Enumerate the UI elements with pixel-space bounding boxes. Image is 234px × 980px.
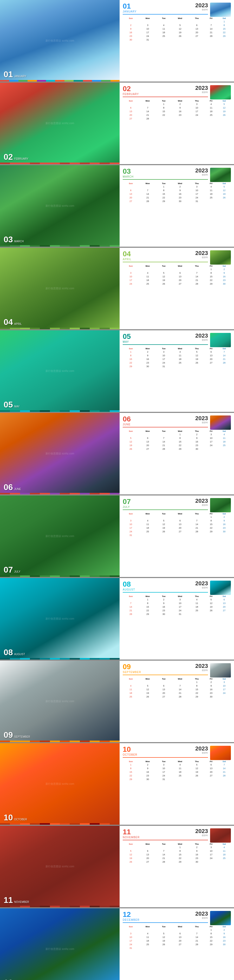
calendar-day: 30: [205, 695, 217, 698]
calendar-day: 24: [205, 856, 217, 860]
calendar-day: [171, 680, 189, 684]
cal-year-sub: 癸卯年: [195, 421, 208, 424]
calendar-day: 28: [189, 530, 205, 533]
calendar-day: [139, 616, 157, 617]
calendar-day: 18: [218, 853, 231, 856]
calendar-day: 20: [205, 770, 217, 774]
calendar-day: 2: [205, 680, 217, 684]
color-strip-segment: [0, 906, 10, 907]
calendar-day: 6: [171, 932, 189, 935]
calendar-day: 25: [205, 196, 217, 199]
cal-month-name: March: [123, 175, 134, 178]
weekday-header: Sun: [123, 925, 139, 928]
color-strip-segment: [99, 328, 109, 329]
color-strip-segment: [0, 245, 10, 247]
calendar-day: [205, 778, 217, 781]
calendar-day: 7: [139, 106, 157, 110]
calendar-side-05: 05 May 2023 癸卯年 SunMonTueWedThuFriSat123…: [120, 330, 234, 412]
color-strip-segment: [99, 741, 109, 742]
calendar-day: 13: [123, 192, 139, 196]
cal-year-block: 2023 癸卯年: [195, 581, 208, 589]
color-strip-segment: [90, 162, 99, 164]
cal-divider: [123, 262, 208, 262]
calendar-day: 4: [171, 350, 189, 354]
mini-photo: [210, 85, 231, 99]
calendar-day: 21: [123, 609, 139, 612]
color-strip-segment: [99, 410, 109, 412]
calendar-day: 8: [123, 767, 139, 770]
color-strip-segment: [60, 328, 70, 329]
cal-top-row: 06 June 2023 癸卯年: [123, 415, 231, 430]
cal-header: 12 December 2023 癸卯年: [123, 911, 208, 921]
month-num-photo: 03: [4, 235, 13, 243]
calendar-day: [123, 451, 139, 452]
calendar-day: 28: [157, 447, 171, 451]
color-strip-segment: [9, 80, 18, 81]
calendar-day: 1: [123, 763, 139, 767]
cal-year: 2023: [195, 3, 208, 8]
photo-side-10: 新行创意图设 scnhz.com 10 OCTOBER: [0, 743, 120, 825]
calendar-day: 20: [218, 605, 231, 609]
color-strip-segment: [70, 741, 80, 742]
calendar-day: [189, 533, 205, 537]
calendar-day: 12: [123, 853, 139, 856]
weekday-header: Sat: [218, 678, 231, 680]
calendar-day: 1: [139, 598, 157, 601]
color-strip-segment: [60, 576, 70, 577]
calendar-day: 27: [171, 530, 189, 533]
calendar-day: [205, 781, 217, 782]
weekday-header: Sun: [123, 17, 139, 20]
cal-divider: [123, 840, 208, 840]
month-label-photo: 06 JUNE: [4, 483, 21, 491]
calendar-day: 26: [189, 774, 205, 778]
calendar-day: [139, 680, 157, 684]
color-strip-segment: [0, 410, 10, 412]
calendar-side-11: 11 November 2023 癸卯年 SunMonTueWedThuFriS…: [120, 826, 234, 907]
calendar-day: [205, 117, 217, 121]
calendar-day: 23: [171, 196, 189, 199]
color-strip-segment: [20, 906, 30, 907]
calendar-day: 20: [205, 357, 217, 361]
calendar-day: 8: [205, 519, 217, 522]
mini-photo: [210, 250, 231, 265]
color-strip-segment: [90, 906, 99, 907]
color-strip-segment: [20, 493, 30, 495]
cal-year-sub: 癸卯年: [195, 339, 208, 342]
calendar-day: [205, 364, 217, 368]
weekday-header: Fri: [205, 430, 217, 433]
color-strip-segment: [40, 823, 50, 825]
weekday-header: Tue: [157, 595, 171, 598]
calendar-day: 16: [205, 687, 217, 691]
calendar-day: 9: [139, 354, 157, 357]
calendar-page-12: 新行创意图设 scnhz.com 12 DECEMBER 12 December…: [0, 908, 234, 980]
calendar-day: [189, 267, 205, 271]
calendar-day: 19: [218, 110, 231, 113]
weekday-header: Fri: [205, 265, 217, 267]
calendar-day: 6: [139, 436, 157, 440]
calendar-day: 16: [157, 605, 171, 609]
calendar-day: 20: [171, 278, 189, 282]
calendar-day: [205, 451, 217, 452]
calendar-day: 7: [189, 932, 205, 935]
color-strip-segment: [0, 328, 10, 329]
color-strip-segment: [80, 576, 90, 577]
calendar-day: 8: [218, 23, 231, 27]
weekday-header: Mon: [139, 925, 157, 928]
calendar-day: 15: [171, 440, 189, 444]
calendar-day: 31: [171, 612, 189, 616]
color-strip-segment: [50, 658, 60, 660]
calendar-day: 29: [205, 943, 217, 946]
calendar-day: 14: [157, 853, 171, 856]
weekday-header: Tue: [157, 430, 171, 433]
calendar-page-11: 新行创意图设 scnhz.com 11 NOVEMBER 11 November…: [0, 826, 234, 907]
calendar-day: 10: [189, 189, 205, 192]
calendar-day: 10: [157, 767, 171, 770]
color-strip-segment: [0, 823, 10, 825]
cal-month-name: November: [123, 836, 139, 839]
weekday-header: Sun: [123, 760, 139, 763]
calendar-side-08: 08 August 2023 癸卯年 SunMonTueWedThuFriSat…: [120, 578, 234, 660]
calendar-day: 5: [157, 519, 171, 522]
calendar-day: [218, 533, 231, 537]
calendar-day: 21: [189, 278, 205, 282]
weekday-header: Mon: [139, 678, 157, 680]
